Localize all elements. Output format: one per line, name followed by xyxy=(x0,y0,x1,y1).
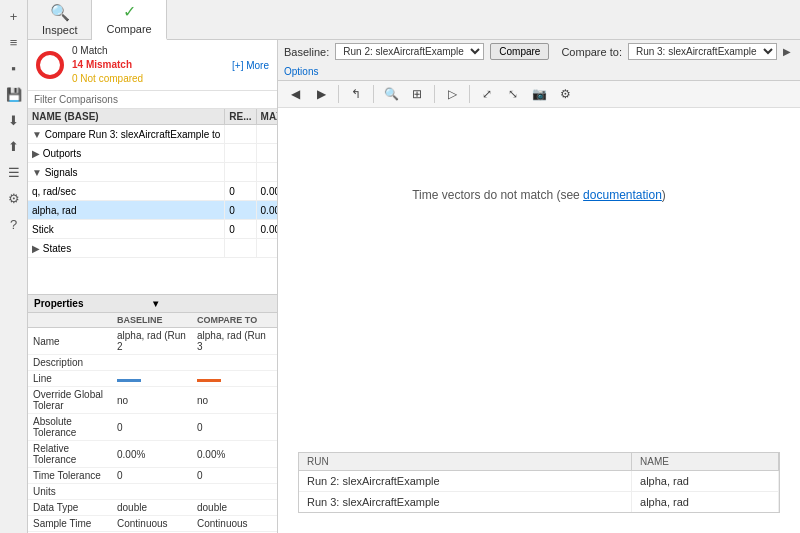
table-row[interactable]: ▼ Compare Run 3: slexAircraftExample to … xyxy=(28,125,277,144)
cursor-btn[interactable]: ▷ xyxy=(441,83,463,105)
table-row[interactable]: ▶ Outports 1 xyxy=(28,144,277,163)
expand-icon[interactable]: ▼ xyxy=(32,129,42,140)
compare-line-preview xyxy=(197,379,221,382)
fit-btn[interactable]: ⤡ xyxy=(502,83,524,105)
main-content: 🔍 Inspect ✓ Compare 0 Match 14 Mismatch … xyxy=(28,0,800,533)
prop-row-rel-tol: Relative Tolerance 0.00% 0.00% xyxy=(28,441,277,468)
prop-label-units: Units xyxy=(28,484,112,500)
group-label: Compare Run 3: slexAircraftExample to xyxy=(45,129,221,140)
alpha-label: alpha, rad xyxy=(32,205,76,216)
compare-button[interactable]: Compare xyxy=(490,43,549,60)
prop-compare-sample-time: Continuous xyxy=(192,516,277,532)
prop-compare-description xyxy=(192,355,277,371)
results-table-container: RUN NAME Run 2: slexAircraftExample alph… xyxy=(298,452,780,513)
not-compared-count: 0 Not compared xyxy=(72,72,143,86)
compare-table-scroll: NAME (BASE) RE... MAX DIFF RESULT ▼ Comp… xyxy=(28,109,277,294)
sidebar-settings-icon[interactable]: ⚙ xyxy=(2,186,26,210)
prop-label-time-tol: Time Tolerance xyxy=(28,468,112,484)
compare-to-select[interactable]: Run 3: slexAircraftExample xyxy=(628,43,777,60)
expand-states-icon[interactable]: ▶ xyxy=(32,243,40,254)
time-vector-message: Time vectors do not match (see documenta… xyxy=(412,188,666,202)
prop-baseline-datatype: double xyxy=(112,500,192,516)
collapse-icon[interactable]: ▾ xyxy=(153,298,272,309)
right-topbar: Baseline: Run 2: slexAircraftExample Com… xyxy=(278,40,800,81)
expand-signals-icon[interactable]: ▼ xyxy=(32,167,42,178)
results-run-1: Run 2: slexAircraftExample xyxy=(299,471,632,492)
camera-btn[interactable]: 📷 xyxy=(528,83,550,105)
right-toolbar: ◀ ▶ ↰ 🔍 ⊞ ▷ ⤢ ⤡ 📷 ⚙ xyxy=(278,81,800,108)
results-row-2: Run 3: slexAircraftExample alpha, rad xyxy=(299,492,779,513)
mismatch-count: 14 Mismatch xyxy=(72,58,143,72)
col-name: NAME (BASE) xyxy=(28,109,225,125)
zoom-btn[interactable]: 🔍 xyxy=(380,83,402,105)
prop-baseline-description xyxy=(112,355,192,371)
properties-header[interactable]: Properties ▾ xyxy=(28,295,277,313)
toolbar-sep-3 xyxy=(434,85,435,103)
prop-baseline-line xyxy=(112,371,192,387)
expand-btn[interactable]: ⤢ xyxy=(476,83,498,105)
prop-row-override: Override Global Tolerar no no xyxy=(28,387,277,414)
table-row[interactable]: Stick 0 0.00% 0 ✕ xyxy=(28,220,277,239)
documentation-link[interactable]: documentation xyxy=(583,188,662,202)
prop-row-name: Name alpha, rad (Run 2 alpha, rad (Run 3 xyxy=(28,328,277,355)
message-text: Time vectors do not match (see xyxy=(412,188,583,202)
results-run-2: Run 3: slexAircraftExample xyxy=(299,492,632,513)
table-row[interactable]: ▶ States 10 xyxy=(28,239,277,258)
left-sidebar: + ≡ ▪ 💾 ⬇ ⬆ ☰ ⚙ ? xyxy=(0,0,28,533)
toolbar-sep-1 xyxy=(338,85,339,103)
top-toolbar: 🔍 Inspect ✓ Compare xyxy=(28,0,800,40)
next-btn[interactable]: ▶ xyxy=(310,83,332,105)
back-btn[interactable]: ↰ xyxy=(345,83,367,105)
prop-baseline-sample-time: Continuous xyxy=(112,516,192,532)
prop-row-line: Line xyxy=(28,371,277,387)
prop-row-datatype: Data Type double double xyxy=(28,500,277,516)
results-col-name: NAME xyxy=(632,453,779,471)
prop-label-datatype: Data Type xyxy=(28,500,112,516)
message-end: ) xyxy=(662,188,666,202)
expand-outports-icon[interactable]: ▶ xyxy=(32,148,40,159)
prop-col-baseline: BASELINE xyxy=(112,313,192,328)
prop-row-units: Units xyxy=(28,484,277,500)
prev-btn[interactable]: ◀ xyxy=(284,83,306,105)
prop-compare-line xyxy=(192,371,277,387)
sidebar-block-icon[interactable]: ▪ xyxy=(2,56,26,80)
prop-col-name xyxy=(28,313,112,328)
prop-compare-rel-tol: 0.00% xyxy=(192,441,277,468)
stats-bar: 0 Match 14 Mismatch 0 Not compared [+] M… xyxy=(28,40,277,91)
inspect-tab[interactable]: 🔍 Inspect xyxy=(28,0,92,40)
chart-area: Time vectors do not match (see documenta… xyxy=(278,108,800,533)
settings-btn[interactable]: ⚙ xyxy=(554,83,576,105)
results-name-1: alpha, rad xyxy=(632,471,779,492)
stats-text: 0 Match 14 Mismatch 0 Not compared xyxy=(72,44,143,86)
baseline-select[interactable]: Run 2: slexAircraftExample xyxy=(335,43,484,60)
prop-compare-name: alpha, rad (Run 3 xyxy=(192,328,277,355)
sidebar-add-icon[interactable]: + xyxy=(2,4,26,28)
compare-tab[interactable]: ✓ Compare xyxy=(92,0,166,40)
table-row[interactable]: alpha, rad 0 0.00% 0 ✕ xyxy=(28,201,277,220)
q-label: q, rad/sec xyxy=(32,186,76,197)
table-row[interactable]: q, rad/sec 0 0.00% 0 ✕ xyxy=(28,182,277,201)
grid-btn[interactable]: ⊞ xyxy=(406,83,428,105)
table-row[interactable]: ▼ Signals 3 xyxy=(28,163,277,182)
sidebar-save-icon[interactable]: 💾 xyxy=(2,82,26,106)
options-link[interactable]: Options xyxy=(284,66,318,77)
sidebar-help-icon[interactable]: ? xyxy=(2,212,26,236)
prop-compare-time-tol: 0 xyxy=(192,468,277,484)
prop-compare-override: no xyxy=(192,387,277,414)
properties-panel: Properties ▾ BASELINE COMPARE TO xyxy=(28,294,277,533)
prop-baseline-time-tol: 0 xyxy=(112,468,192,484)
compare-label: Compare xyxy=(106,23,151,35)
prop-row-description: Description xyxy=(28,355,277,371)
right-panel: Baseline: Run 2: slexAircraftExample Com… xyxy=(278,40,800,533)
prop-row-time-tol: Time Tolerance 0 0 xyxy=(28,468,277,484)
prop-label-name: Name xyxy=(28,328,112,355)
sidebar-list-icon[interactable]: ☰ xyxy=(2,160,26,184)
sidebar-menu-icon[interactable]: ≡ xyxy=(2,30,26,54)
results-row-1: Run 2: slexAircraftExample alpha, rad xyxy=(299,471,779,492)
prop-baseline-abs-tol: 0 xyxy=(112,414,192,441)
match-count: 0 Match xyxy=(72,44,143,58)
sidebar-upload-icon[interactable]: ⬆ xyxy=(2,134,26,158)
sidebar-download-icon[interactable]: ⬇ xyxy=(2,108,26,132)
more-button[interactable]: [+] More xyxy=(232,60,269,71)
prop-row-sample-time: Sample Time Continuous Continuous xyxy=(28,516,277,532)
